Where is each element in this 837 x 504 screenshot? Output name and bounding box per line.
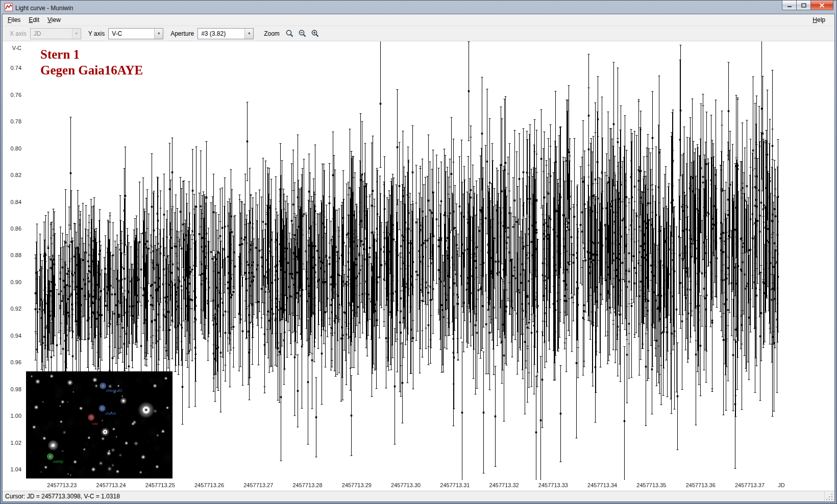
zoom-label: Zoom xyxy=(264,30,280,37)
chevron-down-icon[interactable]: ▾ xyxy=(244,29,253,39)
y-axis-select[interactable]: V-C ▾ xyxy=(108,28,163,39)
y-axis-label: Y axis xyxy=(88,30,105,37)
window-content: Files Edit View Help X axis JD ▾ Y axis … xyxy=(2,14,835,502)
toolbar: X axis JD ▾ Y axis V-C ▾ Aperture #3 (3.… xyxy=(3,26,834,41)
zoom-reset-button[interactable] xyxy=(283,28,296,39)
maximize-icon xyxy=(801,3,806,8)
aperture-select[interactable]: #3 (3.82) ▾ xyxy=(198,28,254,39)
menu-help[interactable]: Help xyxy=(808,15,829,25)
aperture-label: Aperture xyxy=(170,30,194,37)
light-curve-app-icon xyxy=(5,3,13,11)
cursor-readout: Cursor: JD = 2457713.3098, V-C = 1.0318 xyxy=(5,493,120,500)
menu-files[interactable]: Files xyxy=(4,15,24,25)
starfield-inset xyxy=(26,371,173,478)
x-axis-value: JD xyxy=(31,30,72,37)
app-window: Light curve - Muniwin Files Edit View He… xyxy=(0,0,837,504)
zoom-out-button[interactable] xyxy=(296,28,309,39)
status-bar: Cursor: JD = 2457713.3098, V-C = 1.0318 xyxy=(3,491,834,501)
close-button[interactable] xyxy=(810,1,833,10)
menu-edit[interactable]: Edit xyxy=(24,15,43,25)
y-axis-value: V-C xyxy=(109,30,154,37)
chevron-down-icon: ▾ xyxy=(72,29,81,39)
maximize-button[interactable] xyxy=(796,1,811,10)
menu-bar: Files Edit View Help xyxy=(3,14,834,26)
magnifier-plus-icon xyxy=(311,29,319,38)
close-icon xyxy=(819,3,825,8)
x-axis-select: JD ▾ xyxy=(30,28,81,39)
app-icon[interactable] xyxy=(5,3,13,13)
light-curve-plot[interactable]: Stern 1 Gegen Gaia16AYE xyxy=(3,41,834,491)
zoom-in-button[interactable] xyxy=(309,28,322,39)
title-bar[interactable]: Light curve - Muniwin xyxy=(2,2,835,14)
window-controls xyxy=(782,1,833,10)
minimize-button[interactable] xyxy=(782,1,797,10)
minimize-icon xyxy=(787,3,792,8)
aperture-value: #3 (3.82) xyxy=(198,30,244,37)
menu-view[interactable]: View xyxy=(43,15,65,25)
magnifier-icon xyxy=(285,29,294,38)
chevron-down-icon[interactable]: ▾ xyxy=(154,29,163,39)
magnifier-minus-icon xyxy=(298,29,307,38)
resize-grip[interactable] xyxy=(824,491,834,501)
x-axis-label: X axis xyxy=(10,30,27,37)
window-title: Light curve - Muniwin xyxy=(15,5,73,12)
